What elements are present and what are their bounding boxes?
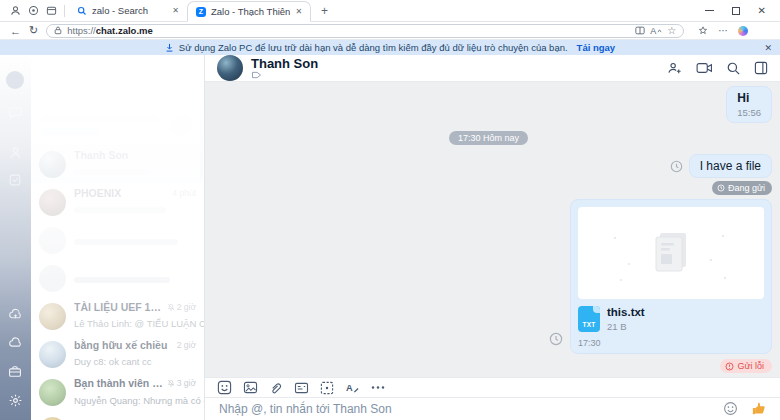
lock-icon (54, 26, 62, 35)
search-favicon (77, 6, 87, 16)
format-text-icon[interactable]: A (345, 381, 360, 394)
avatar (39, 417, 66, 420)
attach-file-icon[interactable] (269, 381, 283, 395)
avatar (39, 379, 66, 406)
banner-close-icon[interactable]: ✕ (764, 43, 772, 53)
message-input[interactable]: Nhập @, tin nhắn tới Thanh Son (219, 402, 723, 416)
toolkit-icon[interactable] (6, 362, 24, 380)
tab-zalo-active[interactable]: Z Zalo - Thạch Thiên ✕ (187, 1, 311, 22)
favorite-star-icon[interactable]: ☆ (667, 25, 676, 36)
minimize-button[interactable] (705, 10, 714, 11)
sidebar-promo-card[interactable] (41, 111, 194, 145)
more-options-icon[interactable] (371, 385, 385, 390)
sending-clock-icon (549, 332, 563, 346)
back-icon[interactable]: ← (10, 25, 21, 37)
new-tab-button[interactable]: + (321, 4, 328, 18)
zalo-app: Thanh Son PHOENIX4 phút (0, 55, 780, 420)
promo-text-bar (41, 115, 159, 122)
avatar (39, 341, 66, 368)
address-bar-row: ← ↻ https:// chat.zalo.me A ☆ ⋯ (0, 22, 780, 40)
file-card[interactable]: TXT this.txt 21 B 17:30 (570, 199, 772, 354)
file-message[interactable]: TXT this.txt 21 B 17:30 (570, 199, 772, 354)
contacts-nav-icon[interactable] (6, 143, 24, 161)
extensions-icon[interactable] (698, 26, 708, 36)
add-label-tag-icon[interactable] (251, 71, 262, 79)
promo-illustration (170, 115, 192, 137)
settings-more-icon[interactable]: ⋯ (718, 25, 728, 36)
emoji-icon[interactable] (723, 401, 738, 416)
screen-capture-icon[interactable] (320, 381, 334, 395)
read-aloud-icon[interactable]: A (650, 26, 662, 36)
refresh-icon[interactable]: ↻ (29, 24, 38, 37)
chats-nav-icon[interactable] (6, 103, 24, 121)
url-scheme: https:// (67, 25, 96, 36)
banner-download-link[interactable]: Tải ngay (577, 42, 616, 53)
avatar (39, 189, 66, 216)
tab-close-icon[interactable]: ✕ (295, 7, 302, 16)
conversation-tai-lieu-uef[interactable]: TÀI LIỆU UEF 1,2,3,42 giờ Lê Thảo Linh: … (31, 297, 204, 335)
toggle-sidebar-icon[interactable] (754, 61, 768, 75)
sticker-icon[interactable] (217, 380, 232, 395)
file-size: 21 B (607, 321, 645, 332)
contact-avatar[interactable] (217, 55, 243, 81)
todo-nav-icon[interactable] (6, 171, 24, 189)
document-illustration (648, 227, 694, 279)
svg-text:A: A (346, 383, 353, 393)
search-icon[interactable] (726, 61, 741, 76)
avatar (39, 227, 66, 254)
tab-actions-icon[interactable] (42, 3, 60, 19)
zalo-pc-banner: Sử dụng Zalo PC để lưu trữ dài hạn và dễ… (0, 40, 780, 55)
tab-title: Zalo - Thạch Thiên (211, 6, 290, 17)
zalo-cloud-icon[interactable] (6, 305, 24, 323)
sending-clock-icon (670, 160, 683, 173)
muted-bell-icon (167, 303, 175, 311)
contact-name: Thanh Son (251, 57, 318, 70)
left-nav-strip (0, 55, 31, 420)
address-bar[interactable]: https:// chat.zalo.me A ☆ (46, 24, 684, 38)
list-scrollbar[interactable] (200, 107, 203, 179)
maximize-button[interactable] (732, 7, 740, 15)
download-icon (165, 43, 174, 53)
add-friend-icon[interactable] (667, 61, 683, 75)
close-window-button[interactable]: ✕ (758, 5, 766, 16)
name-card-icon[interactable] (294, 382, 309, 394)
composer-toolbar: A (205, 377, 780, 397)
conversation-phoenix[interactable]: PHOENIX4 phút (31, 183, 204, 221)
image-icon[interactable] (243, 381, 258, 394)
message-time: 17:30 (578, 338, 764, 348)
settings-gear-icon[interactable] (6, 391, 24, 409)
tab-search[interactable]: zalo - Search ✕ (69, 0, 187, 21)
conversation-item[interactable] (31, 259, 204, 297)
profile-icon[interactable] (6, 3, 24, 19)
divider (64, 5, 65, 17)
clock-icon (717, 184, 725, 192)
thumbs-up-like-icon[interactable] (751, 401, 766, 416)
time-divider: 17:30 Hôm nay (449, 131, 528, 145)
file-name: this.txt (607, 306, 645, 318)
browser-action-icons: ⋯ (698, 25, 748, 36)
my-cloud-icon[interactable] (6, 333, 24, 351)
message-area: Hi 15:56 17:30 Hôm nay I have a file Đan… (205, 82, 780, 377)
video-call-icon[interactable] (696, 62, 713, 74)
avatar (39, 265, 66, 292)
split-screen-icon[interactable] (635, 26, 645, 35)
message-time: 15:56 (737, 107, 761, 118)
browser-window: zalo - Search ✕ Z Zalo - Thạch Thiên ✕ +… (0, 0, 780, 420)
conversation-item[interactable] (31, 411, 204, 420)
conversation-ukc[interactable]: Bạn thành viên UKC 🚀 ...3 giờ Nguyễn Qua… (31, 373, 204, 411)
avatar (39, 151, 66, 178)
copilot-icon[interactable] (738, 26, 748, 36)
message-bubble-hi[interactable]: Hi 15:56 (726, 86, 772, 123)
tab-close-icon[interactable]: ✕ (172, 6, 179, 15)
workspaces-icon[interactable] (24, 3, 42, 19)
window-controls: ✕ (705, 5, 780, 16)
conversation-thanh-son[interactable]: Thanh Son (31, 145, 204, 183)
conversation-item[interactable] (31, 221, 204, 259)
message-bubble-file-text[interactable]: I have a file (689, 154, 772, 178)
error-icon (725, 362, 734, 371)
url-host: chat.zalo.me (96, 25, 153, 36)
chat-panel: Thanh Son Hi 15:56 17:30 Hôm nay (205, 55, 780, 420)
user-avatar[interactable] (6, 71, 24, 89)
tab-title: zalo - Search (92, 5, 167, 16)
conversation-bang-huu[interactable]: bằng hữu xế chiều2 giờ Duy c8: ok cant c… (31, 335, 204, 373)
